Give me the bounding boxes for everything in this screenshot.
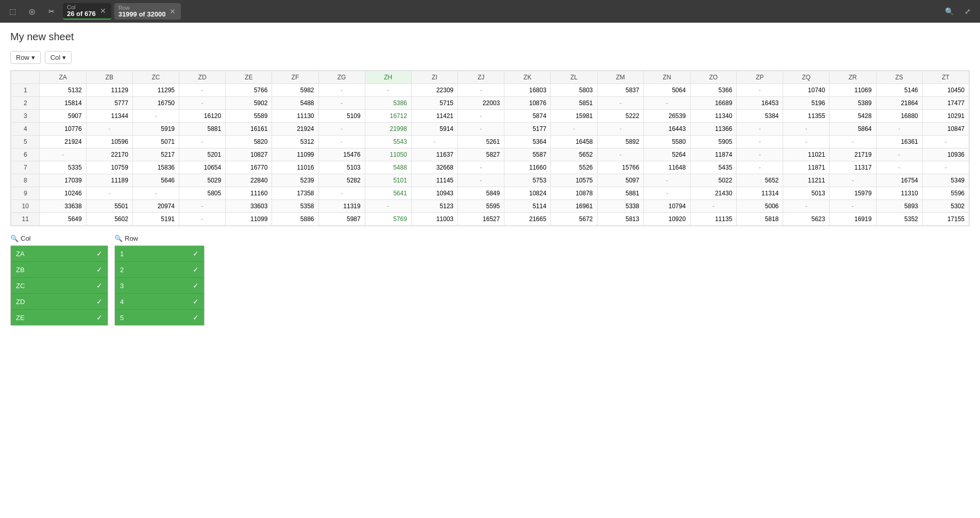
table-cell[interactable]: 11319 [318,200,365,213]
table-cell[interactable]: 16689 [690,97,736,110]
table-cell[interactable]: 10878 [551,187,597,200]
table-cell[interactable]: 11135 [690,213,736,226]
col-header-ZH[interactable]: ZH [365,71,411,84]
table-cell[interactable]: - [458,174,504,187]
table-cell[interactable]: 11314 [737,187,783,200]
table-cell[interactable]: 10794 [644,200,690,213]
table-cell[interactable]: 16919 [830,213,876,226]
col-header-ZQ[interactable]: ZQ [783,71,830,84]
table-cell[interactable]: 5766 [226,84,272,97]
table-cell[interactable]: 10291 [922,110,969,123]
expand-button[interactable]: ⤢ [959,3,976,20]
table-cell[interactable]: 16120 [179,110,226,123]
col-header-ZL[interactable]: ZL [551,71,597,84]
table-cell[interactable]: 16754 [876,174,922,187]
table-cell[interactable]: - [458,161,504,174]
table-cell[interactable]: - [318,136,365,148]
table-cell[interactable]: 5064 [644,84,690,97]
col-header-ZN[interactable]: ZN [644,71,690,84]
table-cell[interactable]: 10920 [644,213,690,226]
table-cell[interactable]: 5805 [179,187,226,200]
table-cell[interactable]: 10847 [922,123,969,136]
table-cell[interactable]: 5389 [830,97,876,110]
col-header-ZF[interactable]: ZF [272,71,318,84]
table-cell[interactable]: 21924 [272,123,318,136]
table-cell[interactable]: 5335 [40,161,86,174]
table-cell[interactable]: 11421 [411,110,458,123]
col-dropdown-item[interactable]: ZA✓ [11,246,108,262]
table-cell[interactable]: - [86,187,132,200]
table-cell[interactable]: 5312 [272,136,318,148]
table-cell[interactable]: 5641 [365,187,411,200]
table-cell[interactable]: 5384 [737,110,783,123]
table-cell[interactable]: 11130 [272,110,318,123]
table-cell[interactable]: 5239 [272,174,318,187]
table-cell[interactable]: - [365,200,411,213]
table-cell[interactable]: - [597,123,644,136]
table-cell[interactable]: 5849 [458,187,504,200]
row-dropdown-item[interactable]: 3✓ [115,278,204,294]
table-cell[interactable]: 17477 [922,97,969,110]
table-cell[interactable]: 5864 [830,123,876,136]
table-cell[interactable]: 16770 [226,161,272,174]
table-cell[interactable]: 11069 [830,84,876,97]
table-cell[interactable]: - [318,187,365,200]
col-header-ZO[interactable]: ZO [690,71,736,84]
col-dropdown-item[interactable]: ZD✓ [11,294,108,310]
table-cell[interactable]: 16361 [876,136,922,148]
table-cell[interactable]: 5907 [40,110,86,123]
table-cell[interactable]: 5543 [365,136,411,148]
table-cell[interactable]: 5881 [597,187,644,200]
table-cell[interactable]: 15836 [132,161,179,174]
table-cell[interactable]: 11099 [226,213,272,226]
table-cell[interactable]: 16458 [551,136,597,148]
table-cell[interactable]: - [737,84,783,97]
table-cell[interactable]: 5982 [272,84,318,97]
table-cell[interactable]: - [737,161,783,174]
table-cell[interactable]: - [458,84,504,97]
col-header-ZK[interactable]: ZK [504,71,551,84]
table-cell[interactable]: 5071 [132,136,179,148]
table-cell[interactable]: 10759 [86,161,132,174]
table-cell[interactable]: 5777 [86,97,132,110]
row-dropdown-item[interactable]: 4✓ [115,294,204,310]
table-cell[interactable]: 11016 [272,161,318,174]
table-cell[interactable]: 10876 [504,97,551,110]
col-header-ZP[interactable]: ZP [737,71,783,84]
table-cell[interactable]: - [40,148,86,161]
table-cell[interactable]: 17039 [40,174,86,187]
table-cell[interactable]: - [922,136,969,148]
table-cell[interactable]: 5029 [179,174,226,187]
table-cell[interactable]: 5201 [179,148,226,161]
table-cell[interactable]: 11871 [783,161,830,174]
table-cell[interactable]: 11344 [86,110,132,123]
col-header-ZM[interactable]: ZM [597,71,644,84]
table-cell[interactable]: 5302 [922,200,969,213]
data-table-container[interactable]: ZA ZB ZC ZD ZE ZF ZG ZH ZI ZJ ZK ZL ZM Z… [10,70,970,226]
table-cell[interactable]: 5109 [318,110,365,123]
table-cell[interactable]: 5217 [132,148,179,161]
table-cell[interactable]: 5123 [411,200,458,213]
table-cell[interactable]: 15981 [551,110,597,123]
table-cell[interactable]: 5672 [551,213,597,226]
table-cell[interactable]: 16443 [644,123,690,136]
table-cell[interactable]: 5097 [597,174,644,187]
row-filter-button[interactable]: Row ▾ [10,51,41,64]
table-cell[interactable]: 21665 [504,213,551,226]
table-cell[interactable]: - [737,136,783,148]
table-cell[interactable]: 5338 [597,200,644,213]
table-cell[interactable]: - [876,123,922,136]
table-cell[interactable]: 21998 [365,123,411,136]
table-cell[interactable]: 33603 [226,200,272,213]
table-cell[interactable]: 5191 [132,213,179,226]
table-cell[interactable]: 5886 [272,213,318,226]
table-cell[interactable]: 16750 [132,97,179,110]
table-cell[interactable]: 5261 [458,136,504,148]
table-cell[interactable]: 5580 [644,136,690,148]
table-cell[interactable]: 5006 [737,200,783,213]
table-cell[interactable]: 5652 [551,148,597,161]
table-cell[interactable]: - [783,136,830,148]
table-cell[interactable]: - [690,200,736,213]
table-cell[interactable]: 5428 [830,110,876,123]
table-cell[interactable]: - [783,123,830,136]
